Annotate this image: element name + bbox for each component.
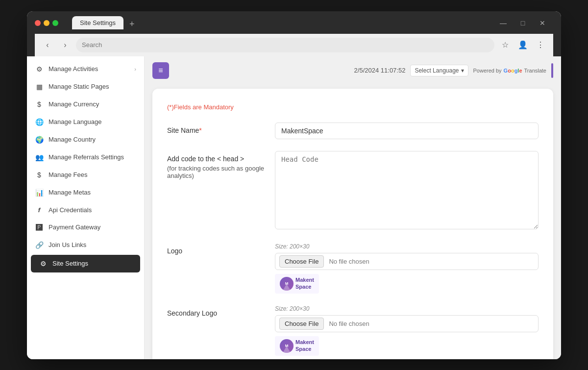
lang-select-label: Select Language: [415, 67, 459, 74]
new-tab-button[interactable]: +: [125, 19, 139, 29]
sidebar-item-label: Manage Currency: [49, 100, 99, 108]
site-name-field: [275, 123, 539, 139]
main-content: ≡ 2/5/2024 11:07:52 Select Language ▾ Po…: [145, 56, 561, 359]
sidebar-item-label: Api Credentials: [49, 206, 92, 214]
browser-chrome: Site Settings + — □ ✕ ‹ › ☆ 👤 ⋮: [27, 11, 561, 56]
sidebar-item-label: Manage Static Pages: [49, 83, 109, 90]
secondary-logo-preview: M MakentSpace: [275, 336, 319, 356]
chevron-icon: ›: [134, 66, 136, 72]
sidebar-item-label: Join Us Links: [49, 241, 86, 248]
api-icon: f: [35, 206, 44, 214]
head-code-row: Add code to the < head > (for tracking c…: [167, 151, 539, 231]
head-code-label: Add code to the < head > (for tracking c…: [167, 151, 265, 179]
logo-choose-button[interactable]: Choose File: [279, 255, 324, 268]
sidebar-item-label: Site Settings: [52, 260, 88, 267]
topbar: ≡ 2/5/2024 11:07:52 Select Language ▾ Po…: [145, 56, 561, 85]
logo-file-input-wrapper: Choose File No file chosen: [275, 253, 539, 270]
browser-window: Site Settings + — □ ✕ ‹ › ☆ 👤 ⋮: [27, 11, 561, 359]
browser-actions: ☆ 👤 ⋮: [498, 38, 547, 52]
sidebar-item-label: Payment Gateway: [49, 223, 100, 231]
payment-icon: 🅿: [35, 223, 44, 231]
sidebar-item-manage-referrals[interactable]: 👥 Manage Referrals Settings: [27, 148, 144, 166]
logo-row: Logo Size: 200×30 Choose File No file ch…: [167, 243, 539, 294]
lang-select-chevron: ▾: [461, 67, 464, 74]
secondary-logo-size-hint: Size: 200×30: [275, 305, 539, 312]
title-bar: Site Settings + — □ ✕: [35, 16, 553, 30]
mandatory-note: (*)Fields are Mandatory: [167, 103, 539, 111]
sidebar-item-api-credentials[interactable]: f Api Credentials: [27, 201, 144, 219]
forward-button[interactable]: ›: [58, 38, 72, 52]
site-settings-icon: ⚙: [39, 260, 48, 268]
join-us-icon: 🔗: [35, 241, 44, 249]
sidebar-item-label: Manage Language: [49, 118, 101, 125]
secondary-logo-icon: M: [280, 339, 294, 353]
maximize-traffic-light[interactable]: [52, 20, 58, 26]
head-code-textarea[interactable]: [275, 151, 539, 229]
logo-no-file-text: No file chosen: [329, 258, 369, 265]
minimize-traffic-light[interactable]: [44, 20, 49, 26]
sidebar-item-manage-fees[interactable]: $ Manage Fees: [27, 166, 144, 184]
required-asterisk: *: [199, 126, 201, 134]
active-tab[interactable]: Site Settings: [72, 16, 123, 29]
sidebar-item-payment-gateway[interactable]: 🅿 Payment Gateway: [27, 219, 144, 236]
sidebar-item-manage-activities[interactable]: ⚙ Manage Activities ›: [27, 60, 144, 78]
browser-nav: ‹ › ☆ 👤 ⋮: [35, 34, 553, 56]
sidebar-item-site-settings[interactable]: ⚙ Site Settings: [31, 255, 140, 272]
country-icon: 🌍: [35, 136, 44, 144]
translate-text: Translate: [524, 68, 546, 74]
sidebar-item-label: Manage Country: [49, 136, 96, 143]
minimize-button[interactable]: —: [496, 16, 510, 30]
secondary-logo-no-file-text: No file chosen: [329, 320, 369, 327]
static-pages-icon: ▦: [35, 83, 44, 91]
secondary-logo-field: Size: 200×30 Choose File No file chosen …: [275, 305, 539, 356]
menu-toggle-button[interactable]: ≡: [152, 62, 169, 79]
maximize-button[interactable]: □: [516, 16, 530, 30]
metas-icon: 📊: [35, 189, 44, 197]
language-selector[interactable]: Select Language ▾: [410, 65, 468, 76]
sidebar-item-label: Manage Fees: [49, 171, 88, 178]
sidebar: ⚙ Manage Activities › ▦ Manage Static Pa…: [27, 56, 145, 359]
address-bar[interactable]: [76, 38, 494, 52]
logo-preview: M MakentSpace: [275, 274, 319, 294]
sidebar-item-manage-metas[interactable]: 📊 Manage Metas: [27, 184, 144, 201]
accent-bar: [551, 63, 553, 78]
logo-label: Logo: [167, 243, 265, 255]
referrals-icon: 👥: [35, 153, 44, 161]
sidebar-item-label: Manage Activities: [49, 65, 98, 73]
site-name-label: Site Name*: [167, 123, 265, 134]
logo-field: Size: 200×30 Choose File No file chosen …: [275, 243, 539, 294]
fees-icon: $: [35, 171, 44, 179]
activities-icon: ⚙: [35, 65, 44, 73]
more-button[interactable]: ⋮: [534, 38, 547, 52]
powered-by-text: Powered by: [473, 68, 502, 74]
secondary-logo-choose-button[interactable]: Choose File: [279, 318, 324, 330]
sidebar-item-join-us-links[interactable]: 🔗 Join Us Links: [27, 236, 144, 254]
head-code-field: [275, 151, 539, 231]
close-traffic-light[interactable]: [35, 20, 41, 26]
site-name-input[interactable]: [275, 123, 539, 139]
tab-bar: Site Settings +: [72, 16, 139, 29]
secondary-logo-row: Secondary Logo Size: 200×30 Choose File …: [167, 305, 539, 356]
sidebar-item-label: Manage Metas: [49, 189, 91, 196]
logo-size-hint: Size: 200×30: [275, 243, 539, 250]
menu-icon: ≡: [158, 66, 163, 75]
secondary-logo-file-input-wrapper: Choose File No file chosen: [275, 315, 539, 332]
bookmark-button[interactable]: ☆: [498, 38, 512, 52]
app-layout: ⚙ Manage Activities › ▦ Manage Static Pa…: [27, 56, 561, 359]
sidebar-item-manage-static-pages[interactable]: ▦ Manage Static Pages: [27, 78, 144, 96]
language-icon: 🌐: [35, 118, 44, 126]
profile-button[interactable]: 👤: [516, 38, 530, 52]
window-close-button[interactable]: ✕: [536, 16, 549, 30]
currency-icon: $: [35, 100, 44, 108]
tab-label: Site Settings: [80, 19, 116, 26]
logo-icon: M: [280, 277, 294, 291]
sidebar-item-manage-language[interactable]: 🌐 Manage Language: [27, 113, 144, 131]
back-button[interactable]: ‹: [41, 38, 54, 52]
sidebar-item-manage-currency[interactable]: $ Manage Currency: [27, 96, 144, 113]
google-logo: Google: [504, 68, 522, 74]
logo-preview-text: MakentSpace: [295, 277, 314, 290]
powered-by: Powered by Google Translate: [473, 68, 547, 74]
secondary-logo-label: Secondary Logo: [167, 305, 265, 317]
sidebar-item-manage-country[interactable]: 🌍 Manage Country: [27, 131, 144, 148]
secondary-logo-preview-text: MakentSpace: [295, 339, 314, 352]
